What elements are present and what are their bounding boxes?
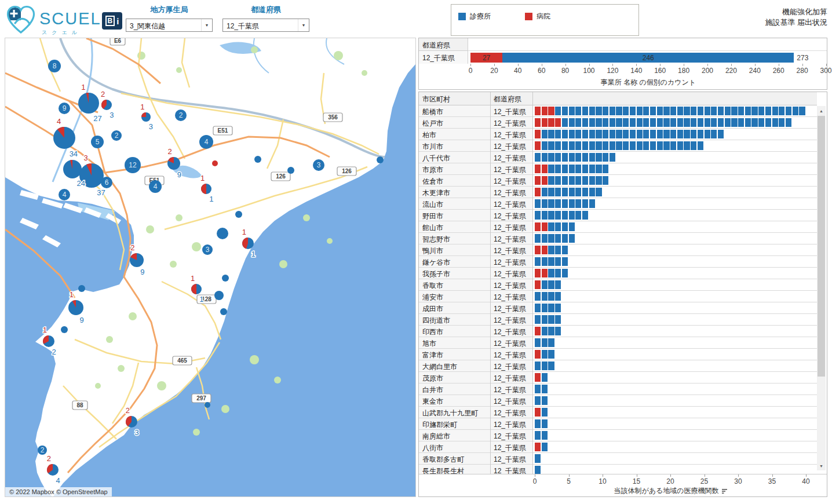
hospital-unit-bar[interactable] (535, 408, 541, 417)
clinic-unit-bar[interactable] (548, 269, 554, 277)
municipality-name[interactable]: 八千代市 (419, 152, 490, 163)
clinic-unit-bar[interactable] (745, 118, 751, 127)
clinic-unit-bar[interactable] (691, 130, 696, 138)
hospital-unit-bar[interactable] (535, 141, 541, 150)
clinic-unit-bar[interactable] (542, 130, 548, 138)
clinic-unit-bar[interactable] (548, 222, 554, 231)
clinic-unit-bar[interactable] (575, 141, 581, 150)
municipality-name[interactable]: 浦安市 (419, 291, 490, 302)
clinic-unit-bar[interactable] (663, 130, 669, 138)
prefecture-name[interactable]: 12_千葉県 (490, 441, 532, 452)
table-row[interactable]: 野田市12_千葉県 (419, 210, 817, 221)
prefecture-name[interactable]: 12_千葉県 (490, 384, 532, 395)
prefecture-name[interactable]: 12_千葉県 (490, 360, 532, 371)
municipality-name[interactable]: 流山市 (419, 198, 490, 209)
map-marker-pie[interactable] (78, 285, 85, 292)
map-marker-pie[interactable] (141, 112, 151, 122)
table-row[interactable]: 成田市12_千葉県 (419, 302, 817, 314)
prefecture-name[interactable]: 12_千葉県 (490, 244, 532, 255)
clinic-unit-bar[interactable] (535, 454, 541, 463)
clinic-unit-bar[interactable] (548, 315, 554, 324)
prefecture-name[interactable]: 12_千葉県 (490, 430, 532, 441)
clinic-unit-bar[interactable] (603, 141, 608, 150)
map-marker-pie[interactable]: 2 (38, 445, 47, 455)
table-row[interactable]: 八街市12_千葉県 (419, 441, 817, 453)
clinic-unit-bar[interactable] (630, 107, 636, 115)
clinic-unit-bar[interactable] (596, 130, 601, 138)
municipality-name[interactable]: 佐倉市 (419, 175, 490, 186)
map-marker-pie[interactable]: 6 (101, 177, 112, 188)
municipality-name[interactable]: 八街市 (419, 441, 490, 452)
table-row[interactable]: 佐倉市12_千葉県 (419, 175, 817, 187)
table-row[interactable]: 鎌ケ谷市12_千葉県 (419, 256, 817, 268)
clinic-unit-bar[interactable] (616, 118, 622, 127)
clinic-unit-bar[interactable] (548, 130, 554, 138)
table-row[interactable]: 四街道市12_千葉県 (419, 314, 817, 326)
map-marker-pie[interactable] (43, 335, 54, 347)
clinic-unit-bar[interactable] (596, 141, 601, 150)
prefecture-name[interactable]: 12_千葉県 (490, 407, 532, 418)
clinic-unit-bar[interactable] (684, 107, 689, 115)
clinic-unit-bar[interactable] (705, 130, 710, 138)
clinic-unit-bar[interactable] (603, 107, 608, 115)
clinic-unit-bar[interactable] (758, 107, 764, 115)
clinic-unit-bar[interactable] (542, 373, 548, 382)
municipality-name[interactable]: 市川市 (419, 140, 490, 151)
table-row[interactable]: 市原市12_千葉県 (419, 163, 817, 175)
clinic-unit-bar[interactable] (542, 338, 548, 347)
municipality-name[interactable]: 大網白里市 (419, 360, 490, 371)
clinic-unit-bar[interactable] (711, 107, 717, 115)
clinic-unit-bar[interactable] (555, 141, 561, 150)
clinic-unit-bar[interactable] (731, 107, 737, 115)
clinic-unit-bar[interactable] (765, 118, 771, 127)
map-marker-pie[interactable] (212, 160, 218, 166)
clinic-unit-bar[interactable] (657, 141, 663, 150)
clinic-unit-bar[interactable] (684, 118, 689, 127)
hospital-unit-bar[interactable] (535, 443, 541, 451)
municipality-name[interactable]: 習志野市 (419, 233, 490, 244)
chevron-down-icon[interactable]: ▼ (298, 19, 309, 31)
map-marker-pie[interactable]: 4 (59, 189, 70, 200)
hospital-unit-bar[interactable] (535, 165, 541, 173)
map-marker-pie[interactable]: 12 (125, 157, 141, 173)
clinic-unit-bar[interactable] (569, 222, 575, 231)
clinic-unit-bar[interactable] (691, 107, 696, 115)
clinic-unit-bar[interactable] (637, 130, 643, 138)
map-marker-pie[interactable] (61, 326, 68, 333)
clinic-unit-bar[interactable] (562, 141, 568, 150)
clinic-unit-bar[interactable] (650, 141, 656, 150)
clinic-unit-bar[interactable] (670, 141, 676, 150)
clinic-unit-bar[interactable] (610, 107, 615, 115)
table-row[interactable]: 長生郡長生村12_千葉県 (419, 465, 817, 474)
clinic-unit-bar[interactable] (542, 419, 548, 428)
clinic-unit-bar[interactable] (535, 431, 541, 440)
hospital-unit-bar[interactable] (535, 280, 541, 289)
map-marker-pie[interactable] (167, 157, 180, 170)
column-header-prefecture[interactable]: 都道府県 (490, 92, 532, 105)
municipality-name[interactable]: 柏市 (419, 129, 490, 140)
clinic-unit-bar[interactable] (663, 107, 669, 115)
table-row[interactable]: 船橋市12_千葉県 (419, 105, 817, 117)
clinic-unit-bar[interactable] (575, 130, 581, 138)
clinic-unit-bar[interactable] (637, 107, 643, 115)
municipality-name[interactable]: 鎌ケ谷市 (419, 256, 490, 267)
clinic-unit-bar[interactable] (596, 176, 601, 185)
hospital-unit-bar[interactable] (535, 130, 541, 138)
clinic-unit-bar[interactable] (758, 118, 764, 127)
clinic-unit-bar[interactable] (596, 107, 601, 115)
clinic-unit-bar[interactable] (596, 118, 601, 127)
clinic-unit-bar[interactable] (542, 234, 548, 243)
clinic-unit-bar[interactable] (555, 327, 561, 335)
map-marker-pie[interactable]: 8 (48, 60, 61, 72)
clinic-unit-bar[interactable] (548, 188, 554, 196)
map-marker-pie[interactable]: 9 (59, 103, 70, 114)
clinic-unit-bar[interactable] (616, 130, 622, 138)
clinic-unit-bar[interactable] (582, 199, 588, 208)
clinic-unit-bar[interactable] (603, 153, 608, 162)
clinic-unit-bar[interactable] (779, 107, 784, 115)
map-marker-pie[interactable] (47, 464, 59, 476)
clinic-unit-bar[interactable] (548, 141, 554, 150)
map-marker-pie[interactable] (217, 228, 228, 239)
clinic-unit-bar[interactable] (542, 280, 548, 289)
clinic-unit-bar[interactable] (562, 118, 568, 127)
